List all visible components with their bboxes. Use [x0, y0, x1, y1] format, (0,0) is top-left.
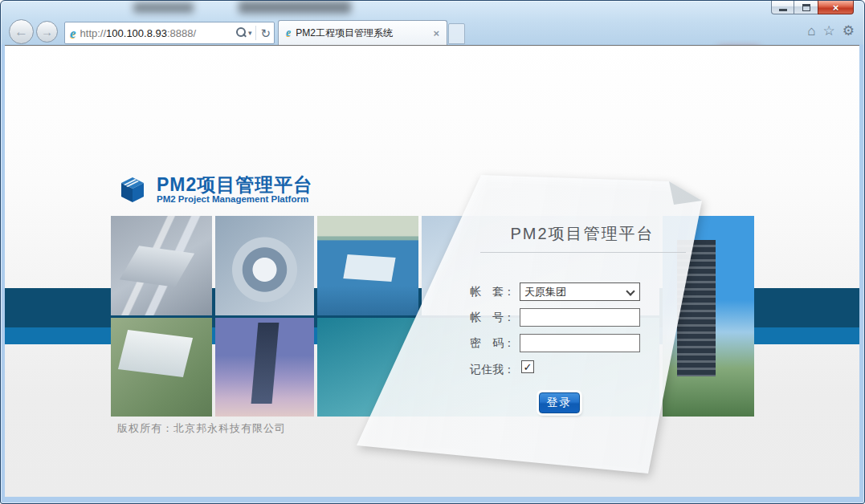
- minimize-icon: [779, 9, 787, 11]
- url-port-path: :8888/: [167, 27, 196, 39]
- login-button[interactable]: 登录: [539, 392, 580, 413]
- favorites-star-icon[interactable]: ☆: [823, 24, 835, 38]
- url-text: http://100.100.8.93:8888/: [80, 27, 235, 39]
- search-dropdown-caret-icon[interactable]: ▾: [248, 29, 252, 37]
- browser-window: × ← → e http://100.100.8.93:8888/ ▾ ↻ e …: [0, 0, 865, 504]
- maximize-icon: [802, 4, 810, 11]
- title-bar: ×: [1, 1, 864, 18]
- account-set-label: 帐 套：: [448, 282, 515, 301]
- account-set-select[interactable]: 天原集团: [520, 282, 640, 301]
- chevron-down-icon: [626, 287, 634, 295]
- background-blur-text: [239, 1, 351, 14]
- tab-close-icon[interactable]: ×: [431, 27, 441, 39]
- browser-tab[interactable]: e PM2工程项目管理系统 ×: [278, 20, 447, 45]
- window-controls: ×: [771, 1, 854, 14]
- login-title-divider: [480, 252, 686, 253]
- close-window-button[interactable]: ×: [818, 1, 854, 14]
- site-ie-icon: e: [70, 26, 76, 40]
- page-content: PM2项目管理平台 PM2 Project Management Platfor…: [5, 45, 859, 497]
- account-set-control: 天原集团: [520, 282, 640, 301]
- browser-toolbar: ⌂ ☆ ⚙: [807, 24, 855, 38]
- account-input[interactable]: [520, 308, 640, 327]
- login-title: PM2项目管理平台: [475, 223, 690, 245]
- navigation-bar: ← → e http://100.100.8.93:8888/ ▾ ↻ e PM…: [1, 18, 864, 45]
- checkmark-icon: ✓: [524, 362, 532, 372]
- copyright-text: 版权所有：北京邦永科技有限公司: [117, 421, 286, 436]
- background-blur-text: [133, 2, 194, 13]
- address-bar-icons: ▾ ↻: [235, 26, 271, 40]
- remember-me-label: 记住我：: [448, 360, 515, 379]
- minimize-button[interactable]: [771, 1, 794, 14]
- settings-gear-icon[interactable]: ⚙: [843, 24, 855, 38]
- password-control: [520, 334, 640, 352]
- url-host: 100.100.8.93: [106, 27, 167, 39]
- tab-ie-icon: e: [286, 27, 291, 39]
- account-label: 帐 号：: [448, 308, 515, 327]
- forward-icon: →: [41, 25, 53, 39]
- login-button-label: 登录: [547, 396, 573, 410]
- remember-me-checkbox[interactable]: ✓: [521, 360, 534, 373]
- address-bar[interactable]: e http://100.100.8.93:8888/ ▾ ↻: [64, 22, 275, 44]
- address-divider: [255, 26, 256, 40]
- tab-title: PM2工程项目管理系统: [296, 26, 431, 40]
- forward-button[interactable]: →: [36, 21, 58, 43]
- maximize-button[interactable]: [794, 1, 818, 14]
- account-set-value: 天原集团: [524, 285, 566, 299]
- refresh-icon[interactable]: ↻: [260, 27, 271, 39]
- back-button[interactable]: ←: [9, 19, 34, 44]
- password-input[interactable]: [520, 334, 640, 352]
- new-tab-button[interactable]: [448, 23, 465, 44]
- back-icon: ←: [14, 24, 28, 40]
- url-scheme: http://: [80, 27, 107, 39]
- account-control: [520, 308, 640, 327]
- close-icon: ×: [833, 2, 839, 13]
- search-icon[interactable]: [235, 27, 247, 39]
- home-icon[interactable]: ⌂: [807, 24, 815, 38]
- password-label: 密 码：: [448, 334, 515, 352]
